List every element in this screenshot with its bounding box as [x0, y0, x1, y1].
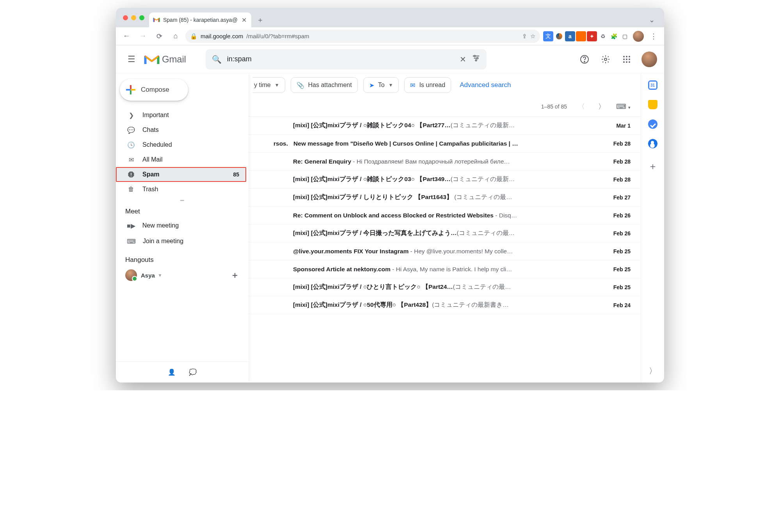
- home-button[interactable]: ⌂: [169, 30, 182, 43]
- email-date: Feb 27: [603, 194, 631, 201]
- filter-chip-any-time[interactable]: y time ▼: [252, 77, 285, 93]
- email-row[interactable]: Re: Comment on Unblock and access Blocke…: [249, 206, 641, 224]
- keyboard-icon: ⌨: [127, 238, 136, 245]
- attachment-icon: 📎: [297, 82, 304, 89]
- email-row[interactable]: [mixi] [公式]mixiプラザ / ○50代専用○ 【Part428】(コ…: [249, 296, 641, 314]
- close-window-button[interactable]: [123, 15, 128, 20]
- email-row[interactable]: Sponsored Article at nektony.com - Hi As…: [249, 260, 641, 278]
- google-apps-button[interactable]: [618, 51, 635, 68]
- gmail-header: ☰ Gmail 🔍 ✕: [116, 45, 664, 73]
- chrome-menu-button[interactable]: ⋮: [647, 30, 660, 43]
- tabs-overflow-button[interactable]: ⌄: [643, 16, 660, 27]
- email-date: Feb 26: [603, 230, 631, 237]
- svg-rect-16: [131, 176, 131, 176]
- extension-red[interactable]: ✦: [587, 31, 597, 41]
- share-icon[interactable]: ⇪: [522, 33, 527, 40]
- prev-page-button[interactable]: 〈: [576, 100, 587, 113]
- forward-button[interactable]: →: [136, 30, 149, 43]
- compose-button[interactable]: Compose: [120, 79, 188, 101]
- sidebar: Compose ❯ Important 💬 Chats 🕓 Scheduled …: [116, 73, 249, 383]
- schedule-send-icon: 🕓: [127, 141, 135, 149]
- extension-similarweb[interactable]: [554, 31, 564, 41]
- svg-rect-15: [131, 173, 131, 175]
- settings-button[interactable]: [597, 51, 614, 68]
- email-row[interactable]: Re: General Enquiry - Ні Поздравляем! Ва…: [249, 153, 641, 171]
- hangouts-tab-icon[interactable]: 💭: [189, 368, 197, 376]
- svg-point-13: [626, 61, 627, 63]
- close-tab-button[interactable]: ✕: [241, 16, 247, 25]
- svg-point-7: [626, 56, 627, 57]
- list-toolbar: 1–85 of 85 〈 〉 ⌨ ▾: [249, 97, 641, 116]
- email-row[interactable]: rsos.New message from "Diseño Web | Curs…: [249, 135, 641, 153]
- email-date: Feb 25: [603, 284, 631, 290]
- email-sender: rsos.: [274, 140, 288, 147]
- sidebar-item-scheduled[interactable]: 🕓 Scheduled: [116, 137, 249, 152]
- extension-recycle[interactable]: ♻: [598, 31, 608, 41]
- email-row[interactable]: @live.your.moments FIX Your Instagram - …: [249, 242, 641, 260]
- clear-search-button[interactable]: ✕: [460, 55, 466, 64]
- email-list: [mixi] [公式]mixiプラザ / ○雑談トピック04○ 【Part277…: [249, 116, 641, 383]
- browser-tab[interactable]: Spam (85) - karapetian.asya@ ✕: [149, 12, 251, 27]
- keep-addon[interactable]: [648, 100, 657, 109]
- email-date: Feb 28: [603, 176, 631, 183]
- extension-ahrefs[interactable]: a: [565, 31, 575, 41]
- reload-button[interactable]: ⟳: [153, 30, 166, 43]
- contacts-tab-icon[interactable]: 👤: [168, 368, 176, 376]
- get-addons-button[interactable]: ＋: [647, 161, 658, 172]
- compose-label: Compose: [141, 86, 169, 94]
- maximize-window-button[interactable]: [139, 15, 144, 20]
- input-tools-button[interactable]: ⌨ ▾: [616, 102, 631, 111]
- back-button[interactable]: ←: [120, 30, 133, 43]
- sidebar-item-important[interactable]: ❯ Important: [116, 108, 249, 123]
- hangouts-user-row[interactable]: Asya ▾ ＋: [116, 266, 249, 283]
- new-tab-button[interactable]: ＋: [254, 14, 266, 26]
- sidebar-item-all-mail[interactable]: ✉ All Mail: [116, 152, 249, 167]
- profile-avatar[interactable]: [633, 31, 644, 42]
- email-row[interactable]: [mixi] [公式]mixiプラザ / ○雑談トピック03○ 【Part349…: [249, 171, 641, 189]
- trash-icon: 🗑: [127, 186, 135, 193]
- sidebar-item-spam[interactable]: Spam 85: [116, 167, 246, 182]
- page-range: 1–85 of 85: [541, 103, 567, 110]
- extensions-button[interactable]: 🧩: [609, 31, 619, 41]
- videocam-icon: ■▶: [127, 222, 135, 230]
- calendar-addon[interactable]: [648, 80, 657, 90]
- new-meeting-button[interactable]: ■▶ New meeting: [116, 218, 249, 233]
- url-host: mail.google.com: [201, 33, 243, 39]
- email-row[interactable]: [mixi] [公式]mixiプラザ / 今日撮った写真を上げてみよう…(コミュ…: [249, 224, 641, 242]
- next-page-button[interactable]: 〉: [596, 100, 608, 113]
- email-row[interactable]: [mixi] [公式]mixiプラザ / ○ひとり言トピック○ 【Part24……: [249, 278, 641, 296]
- gmail-logo[interactable]: Gmail: [144, 53, 186, 65]
- contacts-addon[interactable]: [648, 139, 657, 148]
- advanced-search-link[interactable]: Advanced search: [460, 81, 511, 89]
- new-hangout-button[interactable]: ＋: [231, 269, 239, 281]
- filter-chip-is-unread[interactable]: ✉ Is unread: [404, 77, 451, 93]
- extension-orange[interactable]: [576, 31, 586, 41]
- filter-chip-has-attachment[interactable]: 📎 Has attachment: [291, 77, 358, 93]
- chip-label: Is unread: [419, 82, 445, 89]
- svg-point-10: [626, 59, 627, 60]
- main-menu-button[interactable]: ☰: [123, 51, 140, 68]
- extension-box[interactable]: ▢: [620, 31, 630, 41]
- search-options-button[interactable]: [472, 54, 480, 64]
- filter-chip-to[interactable]: ➤ To ▼: [363, 77, 399, 93]
- sidebar-item-trash[interactable]: 🗑 Trash: [116, 182, 249, 197]
- url-path: /mail/u/0/?tab=rm#spam: [246, 33, 309, 39]
- email-subject: [mixi] [公式]mixiプラザ / ○雑談トピック03○ 【Part349…: [293, 175, 598, 183]
- mail-icon: ✉: [410, 82, 415, 89]
- account-avatar[interactable]: [641, 52, 657, 67]
- sidebar-item-chats[interactable]: 💬 Chats: [116, 123, 249, 137]
- drag-handle[interactable]: ━: [116, 197, 249, 201]
- address-bar[interactable]: 🔒 mail.google.com/mail/u/0/?tab=rm#spam …: [185, 30, 540, 43]
- join-meeting-button[interactable]: ⌨ Join a meeting: [116, 233, 249, 249]
- support-button[interactable]: [576, 51, 593, 68]
- star-icon[interactable]: ☆: [530, 33, 535, 40]
- extension-translate[interactable]: 文: [543, 31, 553, 41]
- email-row[interactable]: [mixi] [公式]mixiプラザ / ○雑談トピック04○ 【Part277…: [249, 117, 641, 135]
- minimize-window-button[interactable]: [131, 15, 136, 20]
- tasks-addon[interactable]: [648, 119, 657, 129]
- hide-side-panel-button[interactable]: 〉: [649, 366, 657, 376]
- search-input[interactable]: [227, 55, 454, 63]
- svg-point-9: [623, 59, 625, 60]
- search-bar[interactable]: 🔍 ✕: [206, 49, 487, 69]
- email-row[interactable]: [mixi] [公式]mixiプラザ / しりとりトピック 【Part1643】…: [249, 189, 641, 206]
